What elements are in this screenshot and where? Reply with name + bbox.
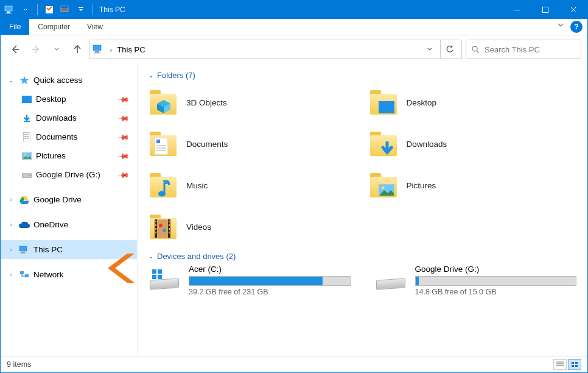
folder-icon xyxy=(149,171,178,200)
pc-icon xyxy=(19,244,30,255)
tree-label: Quick access xyxy=(33,76,82,85)
svg-point-25 xyxy=(24,154,26,155)
tree-label: This PC xyxy=(33,245,63,254)
chevron-right-icon[interactable]: › xyxy=(108,45,113,54)
drive-icon xyxy=(149,267,180,294)
refresh-button[interactable] xyxy=(440,40,459,59)
chevron-right-icon[interactable]: › xyxy=(7,271,15,278)
folder-label: 3D Objects xyxy=(186,98,227,107)
folder-icon xyxy=(149,212,178,241)
properties-icon[interactable] xyxy=(43,3,56,16)
status-item-count: 9 items xyxy=(7,360,31,369)
tree-network[interactable]: › Network xyxy=(1,265,137,284)
onedrive-icon xyxy=(19,219,30,230)
group-drives[interactable]: ⌄ Devices and drives (2) xyxy=(149,252,576,261)
chevron-right-icon[interactable]: › xyxy=(7,246,15,253)
tree-onedrive[interactable]: › OneDrive xyxy=(1,215,137,234)
pin-icon[interactable]: 📌 xyxy=(117,112,130,124)
address-dropdown-icon[interactable] xyxy=(423,46,436,52)
chevron-right-icon[interactable]: › xyxy=(7,221,15,228)
maximize-button[interactable] xyxy=(531,1,559,19)
tree-qa-pictures[interactable]: Pictures 📌 xyxy=(1,146,137,165)
svg-rect-49 xyxy=(155,228,156,230)
search-icon xyxy=(471,45,480,54)
help-button[interactable]: ? xyxy=(570,21,583,33)
svg-rect-12 xyxy=(93,45,101,51)
search-placeholder: Search This PC xyxy=(485,45,540,54)
group-label: Folders (7) xyxy=(157,71,195,80)
folder-icon xyxy=(369,129,398,158)
folder-item[interactable]: Downloads xyxy=(369,125,577,163)
folder-icon xyxy=(149,88,178,117)
recent-locations-button[interactable] xyxy=(48,41,65,58)
breadcrumb[interactable]: This PC xyxy=(117,45,145,54)
pin-icon[interactable]: 📌 xyxy=(117,149,130,162)
tree-this-pc[interactable]: › This PC xyxy=(1,240,137,259)
svg-rect-53 xyxy=(169,228,170,230)
back-button[interactable] xyxy=(7,41,24,58)
pin-icon[interactable]: 📌 xyxy=(117,130,130,143)
qat-dropdown2-icon[interactable] xyxy=(58,3,72,16)
folder-label: Music xyxy=(186,181,208,190)
tree-quick-access[interactable]: ⌄ Quick access xyxy=(1,71,137,90)
tab-view[interactable]: View xyxy=(79,19,111,35)
folder-item[interactable]: Desktop xyxy=(369,83,577,121)
tree-label: Google Drive (G:) xyxy=(36,170,100,179)
content-pane[interactable]: ⌄ Folders (7) 3D ObjectsDesktopDocuments… xyxy=(138,63,587,357)
tree-label: Downloads xyxy=(36,113,77,123)
folder-item[interactable]: Music xyxy=(149,166,357,204)
search-box[interactable]: Search This PC xyxy=(466,40,581,59)
drive-free-text: 39.2 GB free of 231 GB xyxy=(189,288,351,296)
forward-button[interactable] xyxy=(27,41,44,58)
ribbon-expand-icon[interactable] xyxy=(557,19,568,35)
tab-computer[interactable]: Computer xyxy=(29,19,79,35)
svg-rect-28 xyxy=(19,246,27,251)
svg-point-42 xyxy=(381,187,384,190)
drive-icon xyxy=(21,169,32,180)
qat-customize-icon[interactable] xyxy=(74,3,88,16)
drive-name: Acer (C:) xyxy=(189,265,351,274)
pin-icon[interactable]: 📌 xyxy=(117,168,130,181)
svg-point-39 xyxy=(158,191,166,197)
chevron-right-icon[interactable]: › xyxy=(7,196,15,203)
drive-item[interactable]: Acer (C:)39.2 GB free of 231 GB xyxy=(149,265,351,296)
close-button[interactable] xyxy=(559,1,587,19)
minimize-button[interactable] xyxy=(503,1,531,19)
drive-usage-bar xyxy=(189,276,351,286)
svg-rect-44 xyxy=(157,219,168,238)
svg-rect-54 xyxy=(169,232,170,233)
folder-item[interactable]: Videos xyxy=(149,208,357,246)
folder-item[interactable]: Documents xyxy=(149,125,357,163)
view-details-button[interactable] xyxy=(553,359,567,370)
qat-dropdown-icon[interactable] xyxy=(19,3,32,16)
up-button[interactable] xyxy=(69,41,86,58)
folder-item[interactable]: 3D Objects xyxy=(149,83,357,121)
folder-label: Videos xyxy=(186,222,211,232)
tree-qa-gdrive[interactable]: Google Drive (G:) 📌 xyxy=(1,165,137,184)
svg-point-15 xyxy=(472,46,477,51)
group-label: Devices and drives (2) xyxy=(157,252,236,261)
svg-rect-33 xyxy=(379,101,394,113)
tree-qa-desktop[interactable]: Desktop 📌 xyxy=(1,90,137,108)
folder-item[interactable]: Pictures xyxy=(369,166,577,204)
group-folders[interactable]: ⌄ Folders (7) xyxy=(149,71,576,80)
chevron-down-icon[interactable]: ⌄ xyxy=(149,72,153,79)
chevron-down-icon[interactable]: ⌄ xyxy=(7,77,15,83)
svg-rect-32 xyxy=(25,274,29,277)
pin-icon[interactable]: 📌 xyxy=(117,93,130,105)
drive-item[interactable]: Google Drive (G:)14.8 GB free of 15.0 GB xyxy=(375,265,577,296)
tree-qa-downloads[interactable]: Downloads 📌 xyxy=(1,108,137,127)
tree-google-drive[interactable]: › Google Drive xyxy=(1,190,137,209)
desktop-icon xyxy=(21,94,32,105)
svg-rect-50 xyxy=(155,232,156,233)
folder-icon xyxy=(149,129,178,158)
svg-rect-5 xyxy=(61,6,68,8)
star-icon xyxy=(19,75,30,86)
pc-icon[interactable] xyxy=(3,3,16,16)
tree-qa-documents[interactable]: Documents 📌 xyxy=(1,127,137,146)
tab-file[interactable]: File xyxy=(1,19,29,35)
address-bar[interactable]: › This PC xyxy=(89,40,462,59)
navigation-tree[interactable]: ⌄ Quick access Desktop 📌 Downloads 📌 Doc… xyxy=(1,63,138,357)
chevron-down-icon[interactable]: ⌄ xyxy=(149,253,153,260)
view-large-icons-button[interactable] xyxy=(568,359,581,370)
